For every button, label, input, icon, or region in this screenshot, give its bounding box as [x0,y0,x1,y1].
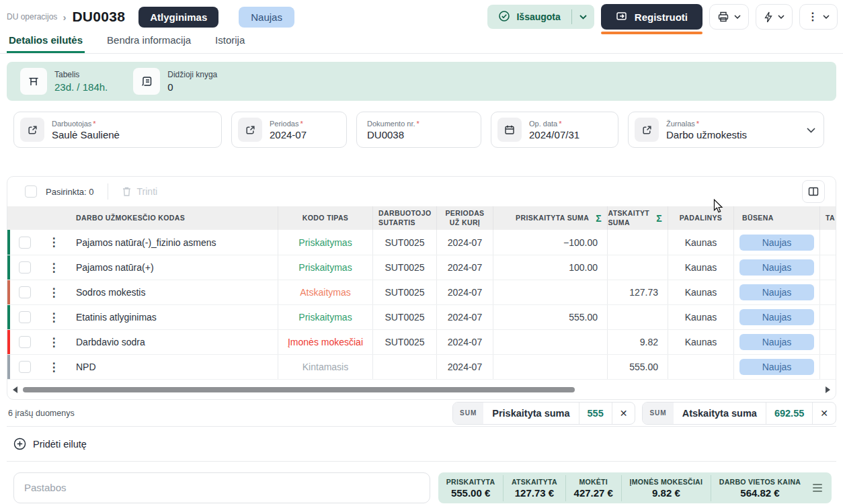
column-header-partial[interactable]: TA [819,206,836,230]
row-status-badge[interactable]: Naujas [739,309,814,325]
row-menu-icon[interactable]: ⋮ [40,355,68,379]
scrollbar-thumb[interactable] [23,387,575,392]
more-actions-button[interactable]: ⋮ [799,4,838,30]
close-icon[interactable]: ✕ [612,403,635,424]
plus-circle-icon [13,437,26,450]
row-type: Atskaitymas [300,287,350,298]
sum-chip-label: Priskaityta suma [483,408,578,419]
column-header-period[interactable]: PERIODAS UŽ KURĮ [436,206,493,230]
row-code: Sodros mokestis [68,280,278,304]
row-contract [372,355,436,379]
total-value: 555.00 € [444,487,497,499]
row-status-badge[interactable]: Naujas [739,284,814,300]
row-status-badge[interactable]: Naujas [739,235,814,251]
print-button[interactable] [709,4,749,30]
column-header-deducted[interactable]: ATSKAITYT SUMAΣ [607,206,668,230]
notes-input[interactable] [13,472,430,503]
row-menu-icon[interactable]: ⋮ [40,305,68,329]
column-header-contract[interactable]: DARBUOTOJO SUTARTIS [372,206,436,230]
row-checkbox-cell[interactable] [10,280,40,304]
table-toolbar: Pasirinkta: 0 Trinti [7,177,836,206]
row-deducted-amount: 555.00 [607,355,668,379]
row-status-badge[interactable]: Naujas [739,259,814,276]
column-header-type[interactable]: KODO TIPAS [278,206,372,230]
external-link-icon [238,118,262,142]
operation-date-value: 2024/07/31 [529,129,579,140]
document-number-field[interactable]: Dokumento nr.* DU0038 [356,112,481,148]
row-status-cell: Naujas [733,305,819,329]
general-ledger-tile[interactable]: Didžioji knyga 0 [133,68,217,95]
employee-field[interactable]: Darbuotojas* Saulė Saulienė [13,112,222,148]
column-header-code[interactable]: DARBO UŽMOKESČIO KODAS [68,206,278,230]
row-menu-icon[interactable]: ⋮ [40,330,68,354]
table-row[interactable]: ⋮ Pajamos natūra(+) Priskaitymas SUT0025… [7,255,836,280]
row-status-cell: Naujas [733,230,819,255]
row-type-cell: Priskaitymas [278,305,372,329]
tab[interactable]: Istorija [213,34,247,53]
row-type: Kintamasis [303,362,348,372]
row-status-cell: Naujas [733,330,819,354]
row-status-badge[interactable]: Naujas [739,359,814,375]
table-row[interactable]: ⋮ NPD Kintamasis 2024-07 555.00 Naujas [7,354,836,379]
period-field[interactable]: Periodas* 2024-07 [231,112,347,148]
sum-icon[interactable]: Σ [656,212,662,224]
row-type: Priskaitymas [298,312,352,323]
row-type-cell: Įmonės mokesčiai [278,330,372,354]
saved-dropdown-toggle[interactable] [571,9,594,24]
saved-split-button[interactable]: Išsaugota [487,5,594,29]
tab[interactable]: Detalios eilutės [7,34,85,53]
scrollbar-track[interactable] [22,386,821,393]
total-label: DARBO VIETOS KAINA [717,478,803,486]
horizontal-scrollbar[interactable] [7,379,836,399]
row-period: 2024-07 [436,355,493,379]
chevron-down-icon[interactable] [807,124,815,136]
timesheet-tile[interactable]: Tabelis 23d. / 184h. [20,68,108,95]
add-row-button[interactable]: Pridėti eilutę [33,439,87,450]
ledger-scroll-icon [133,68,160,95]
chevron-down-icon [734,15,741,19]
row-menu-icon[interactable]: ⋮ [40,280,68,304]
operation-date-field[interactable]: Op. data* 2024/07/31 [491,112,618,148]
column-header-department[interactable]: PADALINYS [668,206,733,230]
row-status-cell: Naujas [733,255,819,280]
table-row[interactable]: ⋮ Sodros mokestis Atskaitymas SUT0025 20… [7,280,836,304]
row-menu-icon[interactable]: ⋮ [40,255,68,280]
automation-button[interactable] [756,4,793,30]
column-settings-button[interactable] [802,180,825,203]
close-icon[interactable]: ✕ [812,403,836,424]
row-checkbox-cell[interactable] [10,330,40,354]
row-checkbox-cell[interactable] [10,305,40,329]
table-row[interactable]: ⋮ Pajamos natūra(-)_fizinio asmens Prisk… [7,230,836,255]
column-header-accrued[interactable]: PRISKAITYTA SUMAΣ [493,206,607,230]
scroll-right-arrow[interactable] [826,386,830,393]
timesheet-label: Tabelis [54,70,108,79]
row-contract: SUT0025 [372,305,436,329]
tab[interactable]: Bendra informacija [105,34,193,53]
row-code: Etatinis atlyginimas [68,305,278,329]
lightning-icon [764,11,773,23]
row-checkbox-cell[interactable] [10,355,40,379]
breadcrumb[interactable]: DU operacijos [7,12,57,22]
sum-chip-value: 555 [579,403,612,424]
register-button[interactable]: Registruoti [601,4,702,30]
row-accrued-amount: −100.00 [493,230,607,255]
row-type: Priskaitymas [298,262,352,273]
delete-button[interactable]: Trinti [122,186,158,197]
sum-icon[interactable]: Σ [596,212,602,224]
row-status-badge[interactable]: Naujas [739,334,814,350]
row-type: Įmonės mokesčiai [288,337,363,347]
period-label: Periodas* [270,120,307,128]
row-menu-icon[interactable]: ⋮ [40,230,68,255]
select-all-checkbox[interactable] [25,185,37,198]
totals-menu-icon[interactable] [809,484,826,492]
journal-field[interactable]: Žurnalas* Darbo užmokestis [628,112,824,148]
total-value: 127.73 € [510,487,559,499]
scroll-left-arrow[interactable] [13,386,17,393]
row-partial-cell [819,355,836,379]
row-checkbox-cell[interactable] [10,230,40,255]
action-buttons: Išsaugota Registruoti [487,4,838,30]
table-row[interactable]: ⋮ Etatinis atlyginimas Priskaitymas SUT0… [7,304,836,329]
row-checkbox-cell[interactable] [10,255,40,280]
table-row[interactable]: ⋮ Darbdavio sodra Įmonės mokesčiai SUT00… [7,329,836,354]
column-header-status[interactable]: BŪSENA [733,206,819,230]
